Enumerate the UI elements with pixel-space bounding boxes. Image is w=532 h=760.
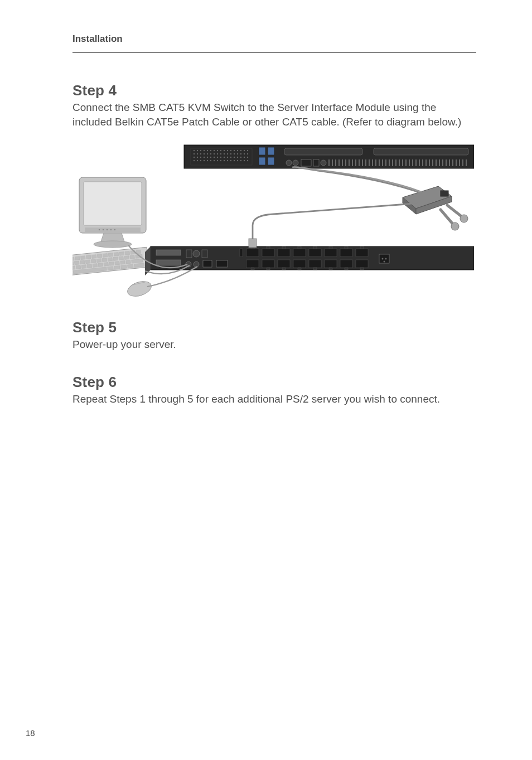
svg-rect-164 bbox=[72, 266, 75, 270]
svg-point-7 bbox=[210, 150, 211, 151]
svg-point-57 bbox=[207, 160, 208, 161]
svg-point-127 bbox=[103, 229, 104, 230]
svg-rect-167 bbox=[87, 264, 92, 268]
svg-rect-180 bbox=[114, 266, 120, 270]
svg-point-2 bbox=[194, 150, 195, 151]
svg-point-65 bbox=[234, 160, 235, 161]
svg-rect-212 bbox=[340, 249, 352, 256]
svg-point-193 bbox=[193, 250, 200, 257]
svg-rect-204 bbox=[278, 249, 290, 256]
section-title: Installation bbox=[72, 33, 123, 44]
svg-rect-168 bbox=[93, 264, 98, 268]
svg-marker-221 bbox=[282, 268, 286, 270]
svg-point-76 bbox=[286, 160, 292, 166]
step-5-body: Power-up your server. bbox=[72, 337, 476, 352]
step-5-block: Step 5 Power-up your server. bbox=[72, 319, 476, 352]
svg-rect-218 bbox=[262, 260, 274, 268]
svg-point-68 bbox=[244, 160, 245, 161]
svg-marker-211 bbox=[329, 246, 332, 249]
svg-point-48 bbox=[234, 157, 235, 158]
svg-rect-185 bbox=[441, 191, 448, 196]
manual-page: Installation Step 4 Connect the SMB CAT5… bbox=[0, 0, 532, 442]
svg-point-235 bbox=[384, 261, 385, 263]
svg-rect-144 bbox=[125, 251, 130, 255]
svg-rect-214 bbox=[356, 249, 368, 256]
svg-rect-134 bbox=[72, 257, 74, 261]
svg-rect-226 bbox=[325, 260, 337, 268]
svg-point-23 bbox=[207, 153, 208, 154]
svg-point-233 bbox=[382, 258, 384, 260]
svg-point-13 bbox=[230, 150, 231, 151]
step-6-body: Repeat Steps 1 through 5 for each additi… bbox=[72, 392, 476, 406]
svg-rect-72 bbox=[259, 157, 265, 165]
svg-rect-181 bbox=[121, 265, 127, 269]
svg-rect-137 bbox=[86, 255, 91, 259]
svg-marker-215 bbox=[360, 246, 364, 249]
svg-rect-159 bbox=[124, 256, 129, 260]
svg-point-53 bbox=[194, 160, 195, 161]
svg-rect-79 bbox=[313, 159, 319, 166]
step-4-block: Step 4 Connect the SMB CAT5 KVM Switch t… bbox=[72, 82, 476, 129]
svg-rect-230 bbox=[356, 260, 368, 268]
svg-point-5 bbox=[204, 150, 205, 151]
svg-point-36 bbox=[194, 157, 195, 158]
svg-rect-200 bbox=[246, 249, 259, 256]
svg-point-15 bbox=[237, 150, 238, 151]
svg-rect-153 bbox=[91, 259, 96, 263]
svg-rect-160 bbox=[130, 255, 135, 259]
svg-rect-170 bbox=[104, 263, 109, 267]
svg-rect-125 bbox=[85, 227, 141, 232]
svg-point-131 bbox=[94, 241, 132, 248]
svg-point-54 bbox=[197, 160, 198, 161]
svg-rect-70 bbox=[259, 147, 265, 155]
svg-point-26 bbox=[217, 153, 218, 154]
svg-point-11 bbox=[224, 150, 225, 151]
svg-rect-74 bbox=[284, 148, 362, 155]
svg-point-6 bbox=[207, 150, 208, 151]
svg-point-234 bbox=[385, 258, 387, 260]
svg-rect-150 bbox=[74, 261, 79, 265]
svg-rect-202 bbox=[262, 249, 274, 256]
cat5-cable bbox=[253, 201, 418, 246]
svg-marker-227 bbox=[329, 268, 332, 270]
svg-point-40 bbox=[207, 157, 208, 158]
svg-rect-142 bbox=[114, 253, 119, 256]
svg-rect-191 bbox=[156, 260, 181, 265]
svg-point-18 bbox=[247, 150, 248, 151]
svg-rect-73 bbox=[268, 157, 274, 165]
svg-point-130 bbox=[114, 229, 115, 230]
svg-point-29 bbox=[227, 153, 228, 154]
svg-rect-220 bbox=[278, 260, 290, 268]
svg-rect-136 bbox=[81, 256, 86, 260]
svg-point-59 bbox=[214, 160, 215, 161]
mouse-icon bbox=[125, 279, 153, 299]
svg-rect-141 bbox=[108, 253, 113, 257]
svg-rect-173 bbox=[120, 261, 125, 265]
svg-point-69 bbox=[247, 160, 248, 161]
svg-point-25 bbox=[214, 153, 215, 154]
svg-rect-190 bbox=[156, 250, 181, 255]
svg-marker-219 bbox=[267, 268, 270, 270]
svg-rect-152 bbox=[85, 260, 90, 264]
svg-rect-156 bbox=[108, 258, 113, 262]
svg-point-37 bbox=[197, 157, 198, 158]
svg-marker-207 bbox=[298, 246, 301, 249]
server-back-panel bbox=[184, 145, 474, 168]
svg-marker-229 bbox=[345, 268, 348, 270]
svg-point-196 bbox=[194, 262, 199, 267]
svg-rect-228 bbox=[340, 260, 352, 268]
svg-point-129 bbox=[110, 229, 112, 230]
svg-point-80 bbox=[321, 160, 326, 166]
svg-point-184 bbox=[125, 279, 153, 299]
svg-point-62 bbox=[224, 160, 225, 161]
svg-rect-165 bbox=[76, 265, 81, 269]
svg-point-186 bbox=[460, 215, 468, 222]
svg-rect-75 bbox=[374, 148, 468, 155]
svg-marker-231 bbox=[360, 268, 364, 270]
svg-point-3 bbox=[197, 150, 198, 151]
svg-point-56 bbox=[204, 160, 205, 161]
diagram-svg bbox=[72, 143, 474, 299]
svg-point-43 bbox=[217, 157, 218, 158]
svg-point-45 bbox=[224, 157, 225, 158]
svg-rect-154 bbox=[96, 259, 101, 263]
